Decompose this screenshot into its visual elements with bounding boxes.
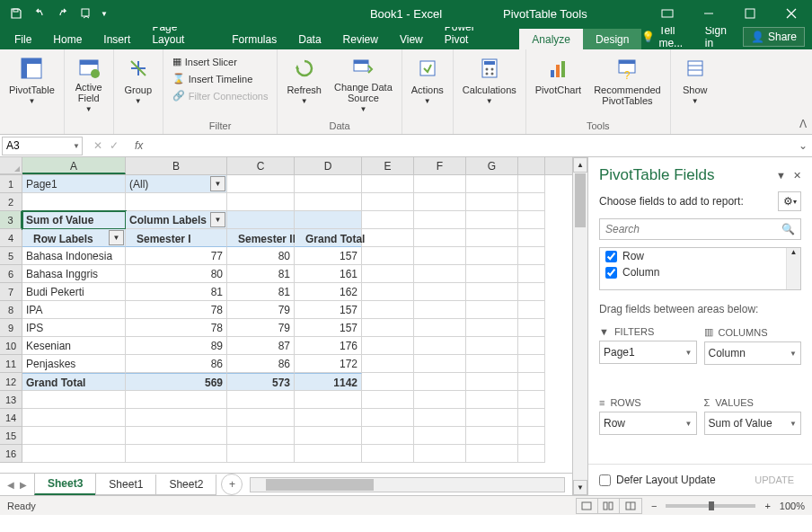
cell-g12[interactable] bbox=[466, 373, 518, 391]
row-9[interactable]: 9 bbox=[0, 319, 22, 337]
defer-layout-checkbox[interactable]: Defer Layout Update bbox=[599, 474, 716, 486]
cell-f1[interactable] bbox=[414, 175, 466, 193]
row-labels-dropdown[interactable]: ▼ bbox=[109, 230, 124, 245]
column-labels-dropdown[interactable]: ▼ bbox=[210, 212, 225, 227]
row-13[interactable]: 13 bbox=[0, 391, 22, 409]
cell-c2[interactable] bbox=[227, 193, 295, 211]
cell-a16[interactable] bbox=[22, 445, 126, 463]
recommended-pivottables-button[interactable]: ? Recommended PivotTables bbox=[590, 52, 665, 115]
vertical-scrollbar[interactable]: ▲ ▼ bbox=[572, 157, 587, 495]
cancel-formula-button[interactable]: ✕ bbox=[93, 139, 102, 152]
cell-h16[interactable] bbox=[518, 445, 545, 463]
cell-f10[interactable] bbox=[414, 337, 466, 355]
cell-c6[interactable]: 81 bbox=[227, 265, 295, 283]
page-layout-view-button[interactable] bbox=[598, 499, 620, 513]
cell-b11[interactable]: 86 bbox=[126, 355, 227, 373]
cell-d9[interactable]: 157 bbox=[295, 319, 362, 337]
cell-g16[interactable] bbox=[466, 445, 518, 463]
calculations-button[interactable]: Calculations▼ bbox=[459, 52, 520, 115]
cell-h6[interactable] bbox=[518, 265, 545, 283]
vscroll-down[interactable]: ▼ bbox=[573, 480, 587, 495]
cell-a3[interactable]: Sum of Value bbox=[22, 211, 126, 229]
row-10[interactable]: 10 bbox=[0, 337, 22, 355]
cell-a5[interactable]: Bahasa Indonesia bbox=[22, 247, 126, 265]
row-14[interactable]: 14 bbox=[0, 409, 22, 427]
save-button[interactable] bbox=[5, 3, 27, 24]
ribbon-display-button[interactable] bbox=[647, 0, 688, 27]
cell-e2[interactable] bbox=[362, 193, 414, 211]
share-button[interactable]: 👤Share bbox=[743, 27, 805, 47]
cell-d5[interactable]: 157 bbox=[295, 247, 362, 265]
cell-c11[interactable]: 86 bbox=[227, 355, 295, 373]
sign-in-button[interactable]: Sign in bbox=[705, 24, 736, 49]
page-break-view-button[interactable] bbox=[620, 499, 641, 513]
cell-b9[interactable]: 78 bbox=[126, 319, 227, 337]
cell-b15[interactable] bbox=[126, 427, 227, 445]
actions-button[interactable]: Actions▼ bbox=[408, 52, 447, 115]
cell-g7[interactable] bbox=[466, 283, 518, 301]
cell-b7[interactable]: 81 bbox=[126, 283, 227, 301]
filter-connections-button[interactable]: 🔗Filter Connections bbox=[169, 88, 272, 103]
cell-h13[interactable] bbox=[518, 391, 545, 409]
ribbon-collapse-button[interactable]: ᐱ bbox=[799, 118, 807, 130]
cell-a2[interactable] bbox=[22, 193, 126, 211]
cell-f8[interactable] bbox=[414, 301, 466, 319]
cell-g8[interactable] bbox=[466, 301, 518, 319]
cell-d1[interactable] bbox=[295, 175, 362, 193]
cell-f4[interactable] bbox=[414, 229, 466, 247]
cell-b6[interactable]: 80 bbox=[126, 265, 227, 283]
qa-dropdown[interactable]: ▼ bbox=[99, 3, 110, 24]
cell-h3[interactable] bbox=[518, 211, 545, 229]
row-16[interactable]: 16 bbox=[0, 445, 22, 463]
tab-analyze[interactable]: Analyze bbox=[519, 29, 583, 49]
cell-f12[interactable] bbox=[414, 373, 466, 391]
pt-values-box[interactable]: Sum of Value bbox=[704, 412, 802, 435]
cell-h12[interactable] bbox=[518, 373, 545, 391]
cell-h9[interactable] bbox=[518, 319, 545, 337]
cell-g15[interactable] bbox=[466, 427, 518, 445]
row-8[interactable]: 8 bbox=[0, 301, 22, 319]
cell-h1[interactable] bbox=[518, 175, 545, 193]
cell-a8[interactable]: IPA bbox=[22, 301, 126, 319]
pt-filters-box[interactable]: Page1 bbox=[599, 341, 697, 364]
tab-formulas[interactable]: Formulas bbox=[221, 29, 287, 49]
cell-a10[interactable]: Kesenian bbox=[22, 337, 126, 355]
pt-search-input[interactable] bbox=[605, 223, 781, 235]
col-f[interactable]: F bbox=[414, 157, 466, 174]
cell-f15[interactable] bbox=[414, 427, 466, 445]
cell-d13[interactable] bbox=[295, 391, 362, 409]
cell-e8[interactable] bbox=[362, 301, 414, 319]
sheet-nav-prev[interactable]: ◀ bbox=[5, 478, 16, 492]
pt-settings-button[interactable]: ⚙▾ bbox=[778, 191, 801, 211]
cell-b1[interactable]: (All)▼ bbox=[126, 175, 227, 193]
cell-d15[interactable] bbox=[295, 427, 362, 445]
insert-slicer-button[interactable]: ▦Insert Slicer bbox=[169, 54, 272, 69]
cell-a12[interactable]: Grand Total bbox=[22, 373, 126, 391]
cell-g1[interactable] bbox=[466, 175, 518, 193]
cell-f13[interactable] bbox=[414, 391, 466, 409]
zoom-level[interactable]: 100% bbox=[780, 501, 805, 511]
name-box-input[interactable] bbox=[6, 139, 78, 152]
sheet-tab-sheet2[interactable]: Sheet2 bbox=[155, 474, 216, 495]
cell-d12[interactable]: 1142 bbox=[295, 373, 362, 391]
cell-c8[interactable]: 79 bbox=[227, 301, 295, 319]
cell-g6[interactable] bbox=[466, 265, 518, 283]
refresh-button[interactable]: Refresh▼ bbox=[283, 52, 325, 115]
row-7[interactable]: 7 bbox=[0, 283, 22, 301]
show-button[interactable]: Show▼ bbox=[676, 52, 714, 115]
cell-d14[interactable] bbox=[295, 409, 362, 427]
cell-d11[interactable]: 172 bbox=[295, 355, 362, 373]
pt-field-row-check[interactable] bbox=[605, 251, 617, 262]
cell-h14[interactable] bbox=[518, 409, 545, 427]
horizontal-scrollbar[interactable] bbox=[250, 477, 565, 492]
cell-e10[interactable] bbox=[362, 337, 414, 355]
cell-b10[interactable]: 89 bbox=[126, 337, 227, 355]
formula-input[interactable] bbox=[148, 135, 794, 156]
update-button[interactable]: UPDATE bbox=[747, 472, 801, 488]
cell-f5[interactable] bbox=[414, 247, 466, 265]
cell-a15[interactable] bbox=[22, 427, 126, 445]
row-4[interactable]: 4 bbox=[0, 229, 22, 247]
undo-button[interactable] bbox=[29, 3, 50, 24]
cell-a7[interactable]: Budi Pekerti bbox=[22, 283, 126, 301]
cell-h8[interactable] bbox=[518, 301, 545, 319]
